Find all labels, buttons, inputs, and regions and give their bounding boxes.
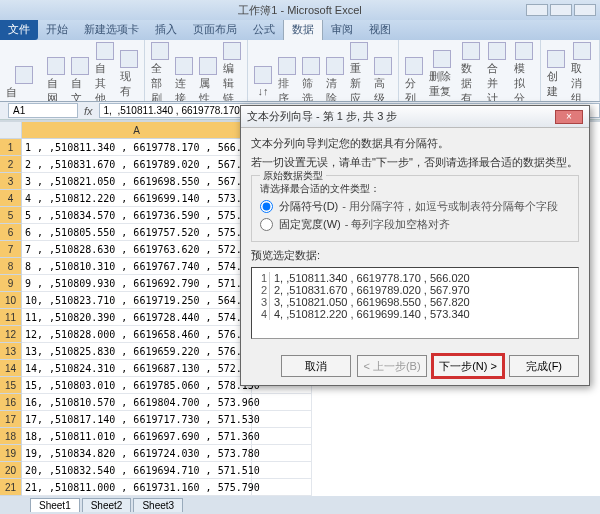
row-header[interactable]: 10: [0, 292, 22, 309]
ribbon-button[interactable]: 现有连接: [120, 50, 138, 103]
row-header[interactable]: 20: [0, 462, 22, 479]
sheet-tab-1[interactable]: Sheet1: [30, 498, 80, 512]
tab-home[interactable]: 开始: [38, 19, 76, 40]
cell[interactable]: 16, ,510810.570 , 6619804.700 , 573.960: [22, 394, 252, 411]
row-header[interactable]: 17: [0, 411, 22, 428]
cell[interactable]: 14, ,510824.310 , 6619687.130 , 572.700: [22, 360, 252, 377]
cell[interactable]: [252, 462, 312, 479]
cell[interactable]: 4 , ,510812.220 , 6619699.140 , 573.340: [22, 190, 252, 207]
ribbon-button[interactable]: 自文本: [71, 57, 89, 102]
row-header[interactable]: 16: [0, 394, 22, 411]
cell[interactable]: 20, ,510832.540 , 6619694.710 , 571.510: [22, 462, 252, 479]
row-header[interactable]: 19: [0, 445, 22, 462]
cancel-button[interactable]: 取消: [281, 355, 351, 377]
ribbon-button[interactable]: 分列: [405, 57, 423, 102]
row-header[interactable]: 3: [0, 173, 22, 190]
cell[interactable]: 11, ,510820.390 , 6619728.440 , 574.590: [22, 309, 252, 326]
sheet-tab-3[interactable]: Sheet3: [133, 498, 183, 512]
cell[interactable]: 21, ,510811.000 , 6619731.160 , 575.790: [22, 479, 252, 496]
tab-review[interactable]: 审阅: [323, 19, 361, 40]
row-header[interactable]: 15: [0, 377, 22, 394]
ribbon-icon: [199, 57, 217, 75]
row-header[interactable]: 1: [0, 139, 22, 156]
ribbon-button[interactable]: 创建组: [547, 50, 565, 103]
cell[interactable]: 9 , ,510809.930 , 6619692.790 , 571.550: [22, 275, 252, 292]
sheet-tab-2[interactable]: Sheet2: [82, 498, 132, 512]
name-box[interactable]: [8, 103, 78, 118]
next-button[interactable]: 下一步(N) >: [433, 355, 503, 377]
ribbon-button[interactable]: 重新应用: [350, 42, 368, 102]
radio-delimited[interactable]: [260, 200, 273, 213]
cell[interactable]: 19, ,510834.820 , 6619724.030 , 573.780: [22, 445, 252, 462]
maximize-icon[interactable]: [550, 4, 572, 16]
row-header[interactable]: 13: [0, 343, 22, 360]
group-subtitle: 请选择最合适的文件类型：: [260, 182, 570, 196]
minimize-icon[interactable]: [526, 4, 548, 16]
ribbon: 自 Access自网站自文本自其他来源现有连接获取外部数据全部刷新连接属性编辑链…: [0, 40, 600, 102]
row-header[interactable]: 14: [0, 360, 22, 377]
cell[interactable]: 6 , ,510805.550 , 6619757.520 , 575.420: [22, 224, 252, 241]
fx-icon[interactable]: fx: [84, 105, 93, 117]
cell[interactable]: [252, 479, 312, 496]
tab-formulas[interactable]: 公式: [245, 19, 283, 40]
row-header[interactable]: 7: [0, 241, 22, 258]
cell[interactable]: 17, ,510817.140 , 6619717.730 , 571.530: [22, 411, 252, 428]
cell[interactable]: 12, ,510828.000 , 6619658.460 , 576.820: [22, 326, 252, 343]
tab-file[interactable]: 文件: [0, 19, 38, 40]
ribbon-button[interactable]: 数据有效: [461, 42, 481, 102]
tab-view[interactable]: 视图: [361, 19, 399, 40]
row-header[interactable]: 4: [0, 190, 22, 207]
ribbon-button[interactable]: 模拟分析: [514, 42, 534, 102]
ribbon-button[interactable]: 连接: [175, 57, 193, 102]
cell[interactable]: 8 , ,510810.310 , 6619767.740 , 574.670: [22, 258, 252, 275]
col-header-A[interactable]: A: [22, 122, 252, 139]
ribbon-button[interactable]: 自网站: [47, 57, 65, 102]
cell[interactable]: 1 , ,510811.340 , 6619778.170 , 566.020: [22, 139, 252, 156]
ribbon-icon: [223, 42, 241, 60]
ribbon-button[interactable]: ↓↑: [254, 66, 272, 97]
ribbon-button[interactable]: 自 Access: [6, 66, 41, 102]
tab-layout[interactable]: 页面布局: [185, 19, 245, 40]
row-header[interactable]: 6: [0, 224, 22, 241]
cell[interactable]: 7 , ,510828.630 , 6619763.620 , 572.440: [22, 241, 252, 258]
row-header[interactable]: 12: [0, 326, 22, 343]
ribbon-button[interactable]: 取消组合: [571, 42, 593, 102]
row-header[interactable]: 18: [0, 428, 22, 445]
tab-newtab[interactable]: 新建选项卡: [76, 19, 147, 40]
dialog-titlebar[interactable]: 文本分列向导 - 第 1 步, 共 3 步 ×: [241, 106, 589, 128]
ribbon-button[interactable]: 筛选: [302, 57, 320, 102]
close-icon[interactable]: [574, 4, 596, 16]
dialog-close-icon[interactable]: ×: [555, 110, 583, 124]
cell[interactable]: [252, 411, 312, 428]
ribbon-button[interactable]: 合并计算: [487, 42, 507, 102]
row-header[interactable]: 5: [0, 207, 22, 224]
radio-fixed-width[interactable]: [260, 218, 273, 231]
ribbon-button[interactable]: 删除重复项: [429, 50, 455, 103]
row-header[interactable]: 11: [0, 309, 22, 326]
row-header[interactable]: 2: [0, 156, 22, 173]
original-data-type-group: 原始数据类型 请选择最合适的文件类型： 分隔符号(D) - 用分隔字符，如逗号或…: [251, 175, 579, 242]
cell[interactable]: [252, 394, 312, 411]
ribbon-button[interactable]: 自其他来源: [95, 42, 114, 102]
ribbon-button[interactable]: 排序: [278, 57, 296, 102]
row-header[interactable]: 9: [0, 275, 22, 292]
ribbon-button[interactable]: 属性: [199, 57, 217, 102]
cell[interactable]: 3 , ,510821.050 , 6619698.550 , 567.820: [22, 173, 252, 190]
cell[interactable]: 13, ,510825.830 , 6619659.220 , 576.660: [22, 343, 252, 360]
cell[interactable]: 15, ,510803.010 , 6619785.060 , 578.130: [22, 377, 252, 394]
ribbon-button[interactable]: 清除: [326, 57, 344, 102]
cell[interactable]: 2 , ,510831.670 , 6619789.020 , 567.970: [22, 156, 252, 173]
ribbon-button[interactable]: 全部刷新: [151, 42, 169, 102]
cell[interactable]: 10, ,510823.710 , 6619719.250 , 564.940: [22, 292, 252, 309]
cell[interactable]: 5 , ,510834.570 , 6619736.590 , 575.070: [22, 207, 252, 224]
row-header[interactable]: 21: [0, 479, 22, 496]
cell[interactable]: [252, 445, 312, 462]
tab-insert[interactable]: 插入: [147, 19, 185, 40]
row-header[interactable]: 8: [0, 258, 22, 275]
tab-data[interactable]: 数据: [283, 18, 323, 40]
cell[interactable]: 18, ,510811.010 , 6619697.690 , 571.360: [22, 428, 252, 445]
cell[interactable]: [252, 428, 312, 445]
ribbon-button[interactable]: 编辑链接: [223, 42, 241, 102]
finish-button[interactable]: 完成(F): [509, 355, 579, 377]
ribbon-button[interactable]: 高级: [374, 57, 392, 102]
